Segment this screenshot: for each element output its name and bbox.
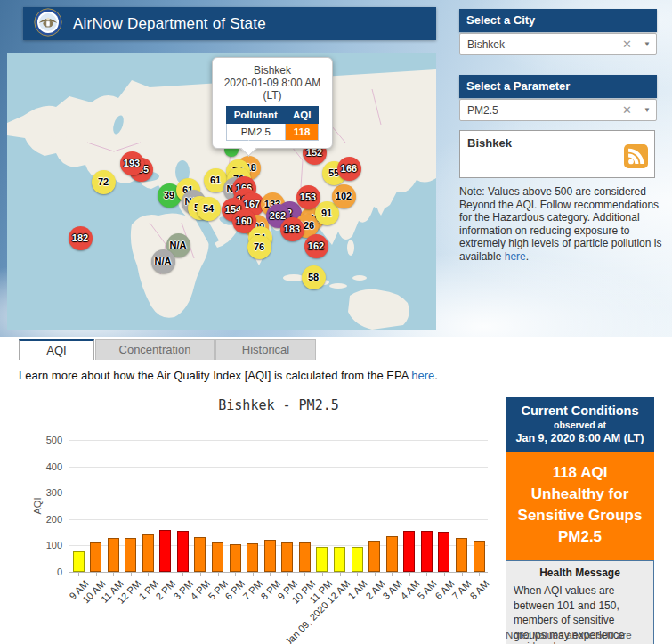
x-tick <box>375 572 376 576</box>
chart-bar[interactable] <box>230 544 241 572</box>
chart-bar[interactable] <box>368 541 380 572</box>
chart-bar[interactable] <box>316 547 328 572</box>
aqi-bar-chart: Bishkek - PM2.5 AQI 01002003004005009 AM… <box>27 392 498 644</box>
chart-bar[interactable] <box>281 542 293 572</box>
tooltip-pollutant-header: Pollutant <box>226 107 285 124</box>
chart-bar[interactable] <box>73 551 85 572</box>
tab-aqi[interactable]: AQI <box>19 339 94 360</box>
parameter-dropdown[interactable]: PM2.5 ✕ ▼ <box>459 99 657 121</box>
x-tick-label: 1 AM <box>345 578 368 601</box>
chevron-down-icon[interactable]: ▼ <box>638 40 656 48</box>
map-marker[interactable]: 183 <box>280 217 304 241</box>
tooltip-aqi-header: AQI <box>285 107 318 124</box>
chart-bar[interactable] <box>474 541 485 572</box>
x-tick <box>200 572 201 576</box>
clear-icon[interactable]: ✕ <box>616 37 638 51</box>
tooltip-city: Bishkek <box>218 64 327 77</box>
chart-bar[interactable] <box>177 531 189 572</box>
select-city-header: Select a City <box>459 9 657 32</box>
x-tick-label: 7 PM <box>241 578 265 602</box>
map-marker[interactable]: 182 <box>69 226 93 250</box>
chart-bar[interactable] <box>108 538 119 572</box>
chart-bar[interactable] <box>90 542 101 572</box>
x-tick <box>182 572 183 576</box>
x-tick-label: 3 AM <box>381 578 404 601</box>
page-title: AirNow Department of State <box>73 15 266 33</box>
map-marker[interactable]: N/A <box>151 249 175 273</box>
sidebar-note-link[interactable]: here <box>505 250 526 263</box>
city-dropdown[interactable]: Bishkek ✕ ▼ <box>459 33 657 55</box>
x-tick <box>340 572 341 576</box>
parameter-dropdown-value[interactable]: PM2.5 <box>460 104 616 117</box>
map-marker[interactable]: 193 <box>120 151 144 175</box>
x-tick-label: 2 PM <box>154 578 178 602</box>
chart-bar[interactable] <box>247 543 258 572</box>
map-marker[interactable]: 72 <box>92 170 116 194</box>
gridline <box>69 467 488 468</box>
clear-icon[interactable]: ✕ <box>616 103 638 117</box>
observed-datetime: Jan 9, 2020 8:00 AM (LT) <box>509 432 651 444</box>
chart-bar[interactable] <box>125 538 136 572</box>
x-tick <box>392 572 393 576</box>
chart-bar[interactable] <box>403 531 415 572</box>
map-marker[interactable]: 166 <box>337 157 361 181</box>
x-tick <box>304 572 305 576</box>
chevron-down-icon[interactable]: ▼ <box>638 106 656 114</box>
city-dropdown-value[interactable]: Bishkek <box>460 38 616 51</box>
page: AirNow Department of State <box>0 0 672 644</box>
aqi-map[interactable]: 135193723961N/A595461182N/AN/A1187476N/A… <box>7 53 436 330</box>
current-conditions-title: Current Conditions <box>509 404 651 418</box>
chart-bar[interactable] <box>386 536 398 572</box>
learn-more-link[interactable]: here <box>411 369 434 382</box>
x-tick <box>357 572 358 576</box>
chart-bar[interactable] <box>352 547 363 572</box>
chart-bar[interactable] <box>212 542 223 572</box>
chart-bar[interactable] <box>299 542 311 572</box>
gridline <box>69 572 488 573</box>
health-message-title: Health Message <box>514 567 646 579</box>
tooltip-aqi-value: 118 <box>285 124 318 141</box>
x-tick-label: 8 AM <box>467 578 490 601</box>
footer-note: Note: Values above 500 are considered <box>506 630 670 644</box>
map-marker[interactable]: 162 <box>304 234 328 258</box>
gridline <box>69 440 488 441</box>
map-marker[interactable]: 153 <box>296 185 320 209</box>
x-tick <box>270 572 271 576</box>
chart-bar[interactable] <box>142 534 154 572</box>
current-conditions-header: Current Conditions observed at Jan 9, 20… <box>506 397 654 452</box>
y-tick-label: 500 <box>27 435 62 445</box>
x-tick <box>113 572 114 576</box>
x-tick <box>409 572 410 576</box>
x-tick <box>78 572 79 576</box>
tab-historical[interactable]: Historical <box>215 339 316 360</box>
map-marker[interactable]: 76 <box>247 235 271 259</box>
aqi-status-box: 118 AQI Unhealthy for Sensitive Groups P… <box>506 452 654 560</box>
chart-bar[interactable] <box>334 547 345 572</box>
chart-bar[interactable] <box>159 530 171 572</box>
chart-bar[interactable] <box>194 537 206 572</box>
y-tick-label: 100 <box>27 540 62 550</box>
aqi-value-line: 118 AQI <box>509 462 651 484</box>
tab-bar: AQI Concentration Historical <box>19 339 317 360</box>
chart-title: Bishkek - PM2.5 <box>69 397 488 413</box>
sidebar-note: Note: Values above 500 are considered Be… <box>459 185 666 263</box>
select-parameter-header: Select a Parameter <box>459 75 657 98</box>
chart-bar[interactable] <box>421 531 433 572</box>
tab-concentration[interactable]: Concentration <box>95 339 215 360</box>
x-tick <box>462 572 463 576</box>
map-marker[interactable]: 102 <box>332 184 356 208</box>
x-tick <box>322 572 323 576</box>
x-tick <box>166 572 166 576</box>
map-marker[interactable]: 54 <box>197 197 221 221</box>
y-tick-label: 0 <box>27 567 62 577</box>
app-header: AirNow Department of State <box>23 7 436 40</box>
chart-bar[interactable] <box>456 538 467 572</box>
chart-bar[interactable] <box>264 540 276 572</box>
y-tick-label: 200 <box>27 514 62 525</box>
rss-icon[interactable] <box>624 144 648 172</box>
x-tick <box>148 572 149 576</box>
map-marker[interactable]: 58 <box>302 265 326 289</box>
aqi-category-line1: Unhealthy for <box>509 484 651 505</box>
x-tick <box>426 572 427 576</box>
chart-bar[interactable] <box>438 532 449 572</box>
